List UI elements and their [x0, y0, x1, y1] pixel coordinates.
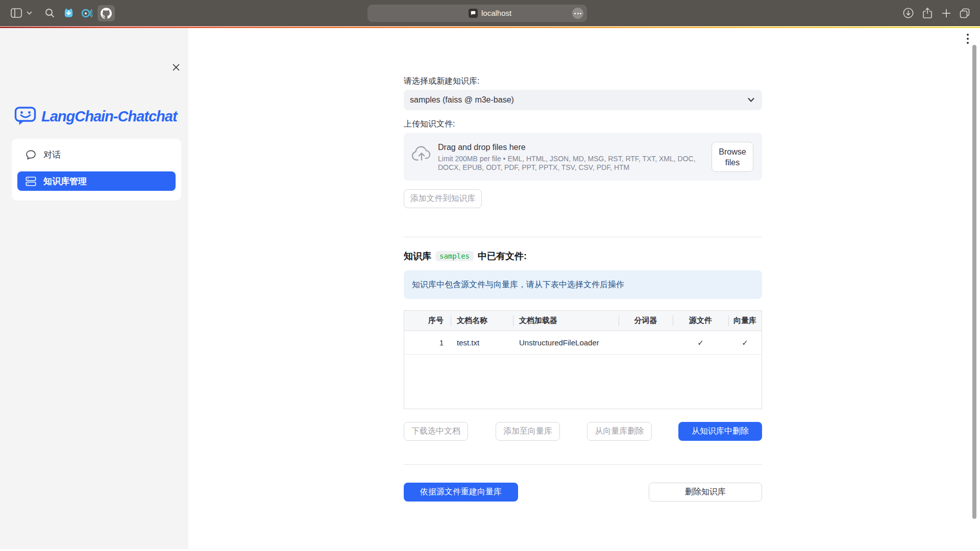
sidebar: LangChain-Chatchat 对话 知识库管理	[0, 28, 188, 549]
share-icon[interactable]	[922, 0, 933, 26]
app-logo-text: LangChain-Chatchat	[41, 108, 177, 125]
add-files-to-kb-button[interactable]: 添加文件到知识库	[404, 189, 482, 208]
kb-heading-prefix: 知识库	[404, 250, 431, 262]
kb-name-code: samples	[435, 251, 474, 261]
streamlit-main-menu-icon[interactable]	[967, 34, 969, 44]
dropzone-limit-text: Limit 200MB per file • EML, HTML, JSON, …	[438, 155, 704, 172]
kb-heading-suffix: 中已有文件:	[478, 250, 527, 262]
cell-name[interactable]: test.txt	[451, 331, 513, 354]
kb-select-label: 请选择或新建知识库:	[404, 76, 479, 87]
delete-kb-button[interactable]: 删除知识库	[649, 483, 762, 502]
search-icon[interactable]	[44, 0, 55, 26]
cell-vector-check[interactable]: ✓	[728, 331, 762, 354]
browser-toolbar: localhost	[0, 0, 980, 26]
tab-overview-icon[interactable]	[959, 0, 971, 26]
download-icon[interactable]	[902, 0, 914, 26]
sidebar-close-icon[interactable]	[172, 63, 180, 71]
table-header-row: 序号 文档名称 文档加载器 分词器 源文件 向量库	[404, 311, 762, 331]
rebuild-vector-store-button[interactable]: 依据源文件重建向量库	[404, 483, 518, 502]
chevron-down-icon	[747, 97, 755, 103]
url-text: localhost	[481, 5, 511, 22]
site-favicon	[469, 9, 478, 18]
github-extension-icon[interactable]	[97, 5, 115, 21]
info-banner-text: 知识库中包含源文件与向量库，请从下表中选择文件后操作	[412, 280, 624, 290]
divider	[404, 464, 762, 465]
chevron-down-icon[interactable]	[26, 0, 32, 26]
app-logo: LangChain-Chatchat	[14, 106, 177, 127]
browse-files-button[interactable]: Browse files	[712, 142, 753, 172]
nav-item-label: 对话	[43, 149, 61, 161]
col-header-splitter[interactable]: 分词器	[619, 311, 673, 331]
vertical-scrollbar[interactable]	[972, 45, 976, 519]
cloud-upload-icon	[411, 145, 432, 162]
dropzone-title: Drag and drop files here	[438, 143, 526, 152]
kb-selectbox-value: samples (faiss @ m3e-base)	[410, 95, 514, 105]
reader-options-ellipsis-icon[interactable]	[572, 8, 583, 19]
col-header-loader[interactable]: 文档加载器	[513, 311, 619, 331]
delete-from-kb-button[interactable]: 从知识库中删除	[678, 422, 762, 441]
kb-files-heading: 知识库 samples 中已有文件:	[404, 250, 527, 262]
col-header-vector[interactable]: 向量库	[728, 311, 762, 331]
sidebar-toggle-icon[interactable]	[10, 0, 22, 26]
cell-source-check[interactable]: ✓	[673, 331, 728, 354]
files-table[interactable]: 序号 文档名称 文档加载器 分词器 源文件 向量库 1 test.txt Uns…	[404, 310, 762, 409]
col-header-source[interactable]: 源文件	[673, 311, 728, 331]
info-banner: 知识库中包含源文件与向量库，请从下表中选择文件后操作	[404, 270, 762, 299]
add-to-vector-button[interactable]: 添加至向量库	[496, 422, 560, 441]
knowledge-base-icon	[26, 177, 36, 186]
col-header-name[interactable]: 文档名称	[451, 311, 513, 331]
new-tab-icon[interactable]	[941, 0, 951, 26]
cell-index[interactable]: 1	[404, 331, 451, 354]
nav-menu: 对话 知识库管理	[12, 139, 181, 201]
nav-item-label: 知识库管理	[43, 176, 87, 187]
address-bar[interactable]: localhost	[368, 5, 587, 22]
divider	[404, 237, 762, 237]
delete-from-vector-button[interactable]: 从向量库删除	[587, 422, 652, 441]
cat-extension-icon[interactable]	[63, 0, 74, 26]
chat-icon	[26, 149, 36, 160]
download-selected-button[interactable]: 下载选中文档	[404, 422, 468, 441]
upload-label: 上传知识文件:	[404, 119, 455, 130]
nav-item-chat[interactable]: 对话	[17, 145, 176, 164]
kb-selectbox[interactable]: samples (faiss @ m3e-base)	[404, 90, 762, 110]
nav-item-kb-management[interactable]: 知识库管理	[17, 171, 176, 191]
chat-bubble-logo-icon	[14, 106, 37, 127]
col-header-index[interactable]: 序号	[404, 311, 451, 331]
rings-extension-icon[interactable]	[81, 0, 92, 26]
app-window: localhost	[0, 0, 980, 551]
table-row[interactable]: 1 test.txt UnstructuredFileLoader ✓ ✓	[404, 331, 762, 355]
cell-loader[interactable]: UnstructuredFileLoader	[513, 331, 619, 354]
cell-splitter[interactable]	[619, 331, 673, 354]
